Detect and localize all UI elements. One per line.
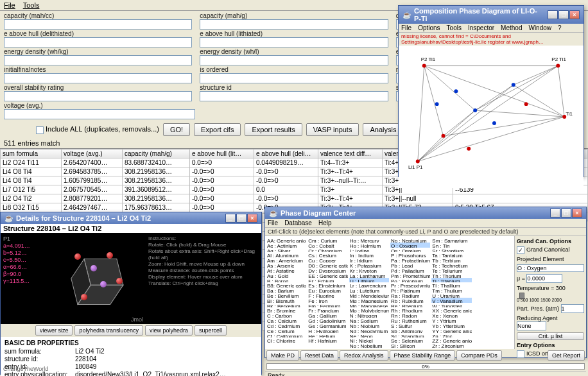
element-item[interactable] xyxy=(473,262,513,268)
menu-tools[interactable]: Tools xyxy=(23,1,40,9)
menu-item[interactable]: Help xyxy=(318,219,332,226)
col-vtd1[interactable]: valence text diff… xyxy=(318,150,383,158)
element-item[interactable]: Pm : Promethium xyxy=(390,273,430,278)
element-item[interactable]: EE : Generic cation E xyxy=(307,273,347,278)
btn-redox[interactable]: Redox Analysis xyxy=(340,350,388,361)
element-item[interactable] xyxy=(473,303,513,308)
element-item[interactable] xyxy=(473,252,513,257)
element-item[interactable]: Gd : Gadolinium xyxy=(307,318,347,323)
element-item[interactable]: Al : Aluminum xyxy=(266,252,306,257)
element-item[interactable]: Hg : Mercury xyxy=(349,237,389,243)
element-item[interactable]: Nb : Niobium xyxy=(349,323,389,328)
element-item[interactable]: W : Tungsten xyxy=(431,303,471,308)
element-item[interactable]: Ac : Actinium xyxy=(266,243,306,248)
in-part-pres[interactable] xyxy=(561,304,584,313)
sel-proj-element[interactable] xyxy=(517,264,584,272)
element-item[interactable]: Co : Cobalt xyxy=(307,243,347,248)
element-item[interactable] xyxy=(473,293,513,298)
element-item[interactable] xyxy=(266,343,306,348)
element-item[interactable]: Cm : Curium xyxy=(307,237,347,243)
struct-titlebar[interactable]: ☕ Details for Structure 228104 – Li2 O4 … xyxy=(1,212,261,224)
element-item[interactable]: XX : Generic anion X xyxy=(431,307,471,312)
element-item[interactable]: Sc : Scandium xyxy=(390,333,430,338)
menu-item[interactable]: Database xyxy=(284,219,312,226)
element-item[interactable]: Cu : Copper xyxy=(307,257,347,262)
element-item[interactable]: Ho : Holmium xyxy=(349,243,389,248)
element-item[interactable]: K : Potassium xyxy=(349,262,389,268)
close-icon[interactable]: × xyxy=(572,209,582,218)
element-item[interactable]: Zn : Zinc xyxy=(431,333,471,338)
element-item[interactable]: Np : Neptunium xyxy=(390,237,430,243)
element-item[interactable]: P : Phosphorus xyxy=(390,252,430,257)
element-item[interactable] xyxy=(473,243,513,248)
btn-vasp-inputs[interactable]: VASP inputs xyxy=(306,123,359,136)
min-icon[interactable]: _ xyxy=(550,209,560,218)
element-item[interactable]: No : Nobelium xyxy=(349,343,389,348)
element-item[interactable]: He : Helium xyxy=(307,333,347,338)
element-item[interactable]: Br : Bromine xyxy=(266,307,306,312)
in-edkg[interactable] xyxy=(4,55,192,65)
element-item[interactable]: Re : Rhenium xyxy=(390,303,430,308)
element-item[interactable]: Zr : Zirconium xyxy=(431,343,471,348)
element-item[interactable]: Ni : Nickel xyxy=(349,338,389,343)
element-item[interactable]: Ta : Tantalum xyxy=(431,252,471,257)
element-item[interactable]: B8: Generic cation B xyxy=(266,282,306,287)
element-item[interactable] xyxy=(473,268,513,273)
element-item[interactable]: Er : Erbium xyxy=(307,278,347,283)
col-cap[interactable]: capacity (mah/g) xyxy=(123,150,190,158)
element-item[interactable] xyxy=(307,343,347,348)
element-item[interactable]: Lr : Lawrencium xyxy=(349,282,389,287)
chk-include-all[interactable] xyxy=(36,126,44,134)
element-item[interactable]: Li : Lithium xyxy=(349,278,389,283)
element-item[interactable]: Am : Americium xyxy=(266,257,306,262)
min-icon[interactable]: _ xyxy=(548,10,558,19)
chk-grand-canonical[interactable]: ✓ xyxy=(517,246,524,254)
btn-supercell[interactable]: supercell xyxy=(195,325,227,336)
element-item[interactable]: Dy : Dysprosium xyxy=(307,268,347,273)
in-mu[interactable] xyxy=(526,274,562,283)
element-item[interactable] xyxy=(473,273,513,278)
table-row[interactable]: Li2 O4 Ti22.808779201…308.21958136…-0.0=… xyxy=(1,194,588,203)
element-item[interactable]: Fm : Fermium xyxy=(307,303,347,308)
element-item[interactable]: Cs : Cesium xyxy=(307,252,347,257)
element-item[interactable]: B : Boron xyxy=(266,278,306,283)
element-item[interactable]: Lu : Lutetium xyxy=(349,287,389,293)
menu-item[interactable]: Window xyxy=(528,24,551,31)
menu-item[interactable]: Inspector xyxy=(468,24,494,31)
element-item[interactable]: La : Lanthanum xyxy=(349,273,389,278)
in-edl[interactable] xyxy=(200,55,388,65)
element-item[interactable]: Ru : Ruthenium xyxy=(390,318,430,323)
in-ehd[interactable] xyxy=(4,37,192,47)
in-ordered[interactable] xyxy=(200,73,388,83)
max-icon[interactable]: □ xyxy=(558,10,569,19)
element-item[interactable]: Po : Polonium xyxy=(390,278,430,283)
btn-reset[interactable]: Reset Data xyxy=(300,350,338,361)
col-ehl[interactable]: e above hull (lit… xyxy=(190,150,254,158)
in-cap-g[interactable] xyxy=(200,19,388,30)
element-item[interactable]: D0 : Generic cation D xyxy=(307,262,347,268)
col-vavg[interactable]: voltage (avg.) xyxy=(62,150,123,158)
menu-item[interactable]: Options xyxy=(418,24,440,31)
sel-reducing-agent[interactable] xyxy=(517,321,546,330)
element-item[interactable]: Si : Silicon xyxy=(390,343,430,348)
max-icon[interactable]: □ xyxy=(561,209,571,218)
element-item[interactable] xyxy=(473,237,513,243)
element-item[interactable]: Pt : Platinum xyxy=(390,287,430,293)
element-item[interactable]: Rb : Rubidium xyxy=(390,298,430,303)
element-item[interactable]: Sb : Antimony xyxy=(390,328,430,333)
element-item[interactable]: Sr : Strontium xyxy=(431,248,471,253)
pdc-titlebar[interactable]: ☕ Phase Diagram Center _ □ × xyxy=(265,207,586,219)
menu-item[interactable]: ? xyxy=(558,24,562,31)
btn-export-results[interactable]: Export results xyxy=(245,123,302,136)
struct-3d-view[interactable]: P1 a=4.091… b=5.12… c=5.50… α=66.6… β=90… xyxy=(1,233,261,324)
element-item[interactable]: C : Carbon xyxy=(266,312,306,318)
element-item[interactable]: I : Iodine xyxy=(349,248,389,253)
element-item[interactable] xyxy=(473,278,513,283)
btn-view-poly[interactable]: view polyhedra xyxy=(145,325,193,336)
element-item[interactable]: Pb : Lead xyxy=(390,262,430,268)
element-item[interactable] xyxy=(473,338,513,343)
element-item[interactable] xyxy=(473,343,513,348)
element-item[interactable] xyxy=(473,257,513,262)
element-item[interactable]: Pa : Protactinium xyxy=(390,257,430,262)
element-item[interactable]: Sm : Samarium xyxy=(431,237,471,243)
